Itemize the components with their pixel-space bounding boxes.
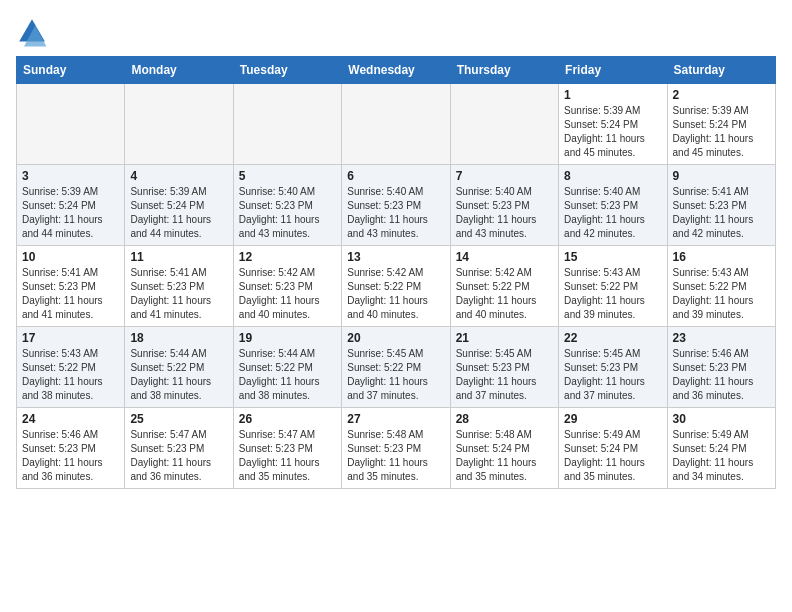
weekday-header-thursday: Thursday (450, 57, 558, 84)
day-info: Sunrise: 5:44 AM Sunset: 5:22 PM Dayligh… (239, 347, 336, 403)
day-info: Sunrise: 5:41 AM Sunset: 5:23 PM Dayligh… (130, 266, 227, 322)
day-number: 11 (130, 250, 227, 264)
day-number: 17 (22, 331, 119, 345)
day-info: Sunrise: 5:40 AM Sunset: 5:23 PM Dayligh… (239, 185, 336, 241)
day-number: 2 (673, 88, 770, 102)
day-info: Sunrise: 5:43 AM Sunset: 5:22 PM Dayligh… (673, 266, 770, 322)
day-cell: 20Sunrise: 5:45 AM Sunset: 5:22 PM Dayli… (342, 327, 450, 408)
day-info: Sunrise: 5:41 AM Sunset: 5:23 PM Dayligh… (22, 266, 119, 322)
day-cell: 16Sunrise: 5:43 AM Sunset: 5:22 PM Dayli… (667, 246, 775, 327)
day-number: 25 (130, 412, 227, 426)
week-row-1: 1Sunrise: 5:39 AM Sunset: 5:24 PM Daylig… (17, 84, 776, 165)
day-number: 24 (22, 412, 119, 426)
day-number: 1 (564, 88, 661, 102)
day-info: Sunrise: 5:45 AM Sunset: 5:22 PM Dayligh… (347, 347, 444, 403)
day-number: 8 (564, 169, 661, 183)
day-cell: 27Sunrise: 5:48 AM Sunset: 5:23 PM Dayli… (342, 408, 450, 489)
day-number: 16 (673, 250, 770, 264)
day-number: 12 (239, 250, 336, 264)
day-cell: 9Sunrise: 5:41 AM Sunset: 5:23 PM Daylig… (667, 165, 775, 246)
day-cell: 29Sunrise: 5:49 AM Sunset: 5:24 PM Dayli… (559, 408, 667, 489)
day-number: 27 (347, 412, 444, 426)
day-number: 21 (456, 331, 553, 345)
day-cell: 30Sunrise: 5:49 AM Sunset: 5:24 PM Dayli… (667, 408, 775, 489)
weekday-header-friday: Friday (559, 57, 667, 84)
day-info: Sunrise: 5:45 AM Sunset: 5:23 PM Dayligh… (456, 347, 553, 403)
day-number: 14 (456, 250, 553, 264)
logo (16, 16, 52, 48)
week-row-3: 10Sunrise: 5:41 AM Sunset: 5:23 PM Dayli… (17, 246, 776, 327)
weekday-header-tuesday: Tuesday (233, 57, 341, 84)
week-row-2: 3Sunrise: 5:39 AM Sunset: 5:24 PM Daylig… (17, 165, 776, 246)
day-number: 26 (239, 412, 336, 426)
day-info: Sunrise: 5:42 AM Sunset: 5:22 PM Dayligh… (456, 266, 553, 322)
day-cell: 19Sunrise: 5:44 AM Sunset: 5:22 PM Dayli… (233, 327, 341, 408)
day-info: Sunrise: 5:48 AM Sunset: 5:23 PM Dayligh… (347, 428, 444, 484)
day-cell (17, 84, 125, 165)
day-cell (233, 84, 341, 165)
day-cell: 14Sunrise: 5:42 AM Sunset: 5:22 PM Dayli… (450, 246, 558, 327)
day-info: Sunrise: 5:44 AM Sunset: 5:22 PM Dayligh… (130, 347, 227, 403)
day-info: Sunrise: 5:45 AM Sunset: 5:23 PM Dayligh… (564, 347, 661, 403)
day-cell: 26Sunrise: 5:47 AM Sunset: 5:23 PM Dayli… (233, 408, 341, 489)
day-cell: 10Sunrise: 5:41 AM Sunset: 5:23 PM Dayli… (17, 246, 125, 327)
day-info: Sunrise: 5:47 AM Sunset: 5:23 PM Dayligh… (239, 428, 336, 484)
day-info: Sunrise: 5:43 AM Sunset: 5:22 PM Dayligh… (22, 347, 119, 403)
day-cell: 6Sunrise: 5:40 AM Sunset: 5:23 PM Daylig… (342, 165, 450, 246)
day-number: 5 (239, 169, 336, 183)
page-header (16, 16, 776, 48)
day-cell: 21Sunrise: 5:45 AM Sunset: 5:23 PM Dayli… (450, 327, 558, 408)
day-number: 30 (673, 412, 770, 426)
day-cell: 22Sunrise: 5:45 AM Sunset: 5:23 PM Dayli… (559, 327, 667, 408)
day-number: 22 (564, 331, 661, 345)
weekday-header-wednesday: Wednesday (342, 57, 450, 84)
day-info: Sunrise: 5:42 AM Sunset: 5:22 PM Dayligh… (347, 266, 444, 322)
day-cell: 8Sunrise: 5:40 AM Sunset: 5:23 PM Daylig… (559, 165, 667, 246)
day-number: 29 (564, 412, 661, 426)
day-number: 15 (564, 250, 661, 264)
day-info: Sunrise: 5:40 AM Sunset: 5:23 PM Dayligh… (347, 185, 444, 241)
day-number: 9 (673, 169, 770, 183)
day-number: 23 (673, 331, 770, 345)
day-number: 3 (22, 169, 119, 183)
day-cell: 5Sunrise: 5:40 AM Sunset: 5:23 PM Daylig… (233, 165, 341, 246)
day-number: 4 (130, 169, 227, 183)
day-info: Sunrise: 5:39 AM Sunset: 5:24 PM Dayligh… (22, 185, 119, 241)
day-info: Sunrise: 5:46 AM Sunset: 5:23 PM Dayligh… (22, 428, 119, 484)
day-info: Sunrise: 5:46 AM Sunset: 5:23 PM Dayligh… (673, 347, 770, 403)
day-cell: 3Sunrise: 5:39 AM Sunset: 5:24 PM Daylig… (17, 165, 125, 246)
week-row-4: 17Sunrise: 5:43 AM Sunset: 5:22 PM Dayli… (17, 327, 776, 408)
day-info: Sunrise: 5:47 AM Sunset: 5:23 PM Dayligh… (130, 428, 227, 484)
day-cell: 25Sunrise: 5:47 AM Sunset: 5:23 PM Dayli… (125, 408, 233, 489)
day-cell: 11Sunrise: 5:41 AM Sunset: 5:23 PM Dayli… (125, 246, 233, 327)
day-cell: 2Sunrise: 5:39 AM Sunset: 5:24 PM Daylig… (667, 84, 775, 165)
logo-icon (16, 16, 48, 48)
day-number: 18 (130, 331, 227, 345)
day-cell: 24Sunrise: 5:46 AM Sunset: 5:23 PM Dayli… (17, 408, 125, 489)
calendar-table: SundayMondayTuesdayWednesdayThursdayFrid… (16, 56, 776, 489)
day-info: Sunrise: 5:49 AM Sunset: 5:24 PM Dayligh… (564, 428, 661, 484)
day-cell: 23Sunrise: 5:46 AM Sunset: 5:23 PM Dayli… (667, 327, 775, 408)
day-cell: 13Sunrise: 5:42 AM Sunset: 5:22 PM Dayli… (342, 246, 450, 327)
day-number: 6 (347, 169, 444, 183)
day-info: Sunrise: 5:39 AM Sunset: 5:24 PM Dayligh… (130, 185, 227, 241)
day-info: Sunrise: 5:40 AM Sunset: 5:23 PM Dayligh… (456, 185, 553, 241)
day-number: 28 (456, 412, 553, 426)
day-number: 20 (347, 331, 444, 345)
day-cell: 1Sunrise: 5:39 AM Sunset: 5:24 PM Daylig… (559, 84, 667, 165)
day-number: 7 (456, 169, 553, 183)
day-cell: 17Sunrise: 5:43 AM Sunset: 5:22 PM Dayli… (17, 327, 125, 408)
weekday-header-saturday: Saturday (667, 57, 775, 84)
day-info: Sunrise: 5:42 AM Sunset: 5:23 PM Dayligh… (239, 266, 336, 322)
day-cell: 7Sunrise: 5:40 AM Sunset: 5:23 PM Daylig… (450, 165, 558, 246)
day-cell (342, 84, 450, 165)
day-info: Sunrise: 5:48 AM Sunset: 5:24 PM Dayligh… (456, 428, 553, 484)
day-cell: 18Sunrise: 5:44 AM Sunset: 5:22 PM Dayli… (125, 327, 233, 408)
day-cell: 12Sunrise: 5:42 AM Sunset: 5:23 PM Dayli… (233, 246, 341, 327)
day-cell (125, 84, 233, 165)
day-info: Sunrise: 5:49 AM Sunset: 5:24 PM Dayligh… (673, 428, 770, 484)
day-cell: 28Sunrise: 5:48 AM Sunset: 5:24 PM Dayli… (450, 408, 558, 489)
day-cell: 15Sunrise: 5:43 AM Sunset: 5:22 PM Dayli… (559, 246, 667, 327)
day-number: 10 (22, 250, 119, 264)
day-info: Sunrise: 5:43 AM Sunset: 5:22 PM Dayligh… (564, 266, 661, 322)
